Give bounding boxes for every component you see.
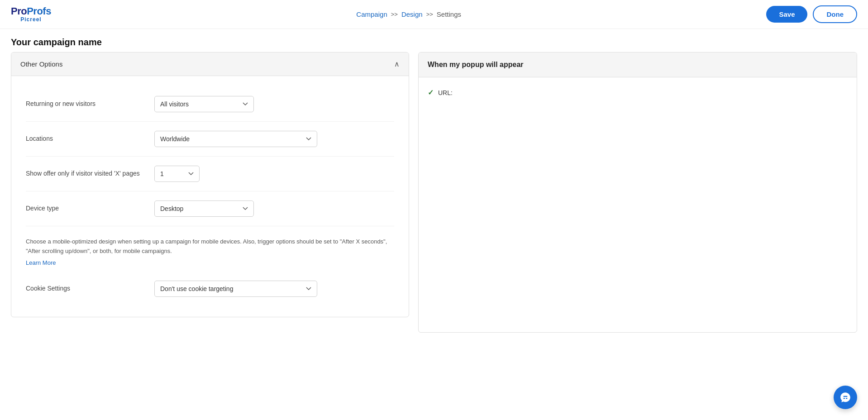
visitors-row: Returning or new visitors All visitors N… bbox=[26, 87, 394, 122]
options-header: Other Options ∧ bbox=[11, 52, 409, 76]
save-button[interactable]: Save bbox=[766, 6, 807, 23]
options-card: Other Options ∧ Returning or new visitor… bbox=[11, 52, 409, 317]
locations-select[interactable]: Worldwide Specific countries bbox=[154, 131, 317, 147]
logo-pro: Pro bbox=[11, 5, 27, 17]
page-title: Your campaign name bbox=[0, 29, 868, 52]
breadcrumb-campaign[interactable]: Campaign bbox=[356, 10, 387, 18]
popup-card: When my popup will appear ✓ URL: bbox=[418, 52, 857, 333]
left-panel: Other Options ∧ Returning or new visitor… bbox=[11, 52, 409, 317]
logo-text: ProProfs bbox=[11, 6, 51, 17]
popup-header-title: When my popup will appear bbox=[428, 61, 848, 69]
popup-body: ✓ URL: bbox=[419, 77, 857, 108]
url-row: ✓ URL: bbox=[428, 88, 848, 97]
learn-more-link[interactable]: Learn More bbox=[26, 259, 56, 266]
url-label: URL: bbox=[438, 89, 453, 96]
cookie-row: Cookie Settings Don't use cookie targeti… bbox=[26, 272, 394, 306]
breadcrumb-arrow-1: >> bbox=[391, 11, 398, 18]
visitors-select[interactable]: All visitors New visitors Returning visi… bbox=[154, 96, 254, 112]
header-buttons: Save Done bbox=[766, 5, 857, 23]
cookie-select[interactable]: Don't use cookie targeting Use cookie ta… bbox=[154, 281, 317, 297]
options-body: Returning or new visitors All visitors N… bbox=[11, 76, 409, 317]
visitors-label: Returning or new visitors bbox=[26, 100, 143, 109]
pages-label: Show offer only if visitor visited 'X' p… bbox=[26, 169, 143, 178]
breadcrumb-arrow-2: >> bbox=[426, 11, 433, 18]
logo-profs: Profs bbox=[27, 5, 51, 17]
main-content: Other Options ∧ Returning or new visitor… bbox=[0, 52, 868, 344]
popup-header: When my popup will appear bbox=[419, 52, 857, 77]
mobile-note-text: Choose a mobile-optimized design when se… bbox=[26, 232, 394, 259]
logo: ProProfs Picreel bbox=[11, 6, 51, 23]
mobile-note-row: Choose a mobile-optimized design when se… bbox=[26, 226, 394, 272]
device-select[interactable]: Desktop Mobile All devices bbox=[154, 200, 254, 217]
logo-picreel: Picreel bbox=[20, 17, 41, 23]
locations-label: Locations bbox=[26, 134, 143, 143]
pages-control: 1 2 3 4 5 bbox=[154, 166, 394, 182]
pages-select[interactable]: 1 2 3 4 5 bbox=[154, 166, 200, 182]
breadcrumb-design[interactable]: Design bbox=[401, 10, 423, 18]
header: ProProfs Picreel Campaign >> Design >> S… bbox=[0, 0, 868, 29]
right-panel: When my popup will appear ✓ URL: bbox=[418, 52, 857, 333]
breadcrumb-settings: Settings bbox=[437, 10, 461, 18]
breadcrumb: Campaign >> Design >> Settings bbox=[356, 10, 461, 18]
visitors-control: All visitors New visitors Returning visi… bbox=[154, 96, 394, 112]
cookie-control: Don't use cookie targeting Use cookie ta… bbox=[154, 281, 394, 297]
pages-row: Show offer only if visitor visited 'X' p… bbox=[26, 157, 394, 191]
locations-row: Locations Worldwide Specific countries bbox=[26, 122, 394, 157]
device-label: Device type bbox=[26, 204, 143, 213]
collapse-icon[interactable]: ∧ bbox=[394, 60, 400, 68]
device-row: Device type Desktop Mobile All devices bbox=[26, 191, 394, 226]
url-checkmark-icon: ✓ bbox=[428, 88, 434, 97]
locations-control: Worldwide Specific countries bbox=[154, 131, 394, 147]
cookie-label: Cookie Settings bbox=[26, 284, 143, 293]
options-header-title: Other Options bbox=[20, 60, 62, 68]
done-button[interactable]: Done bbox=[813, 5, 857, 23]
device-control: Desktop Mobile All devices bbox=[154, 200, 394, 217]
